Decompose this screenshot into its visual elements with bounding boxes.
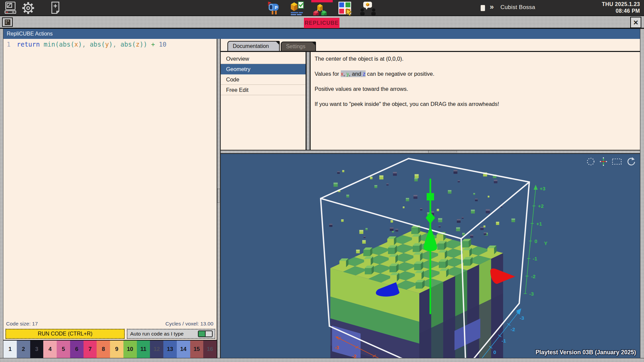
box-select-icon[interactable] [612,158,622,166]
vertical-splitter[interactable] [217,39,221,358]
clock: THU 2025.1.23 08:46 PM [602,1,640,14]
palette-swatch-2[interactable]: 2 [17,341,30,358]
close-button[interactable]: ✕ [630,17,641,28]
cycles-label: Cycles / voxel: 13.00 [165,321,213,327]
system-monitor-icon[interactable] [4,1,17,16]
docs-content: The center of the object is at (0,0,0).V… [311,52,640,150]
code-token: , [82,41,90,48]
autorun-label: Auto run code as I type [130,331,183,337]
docs-nav-divider[interactable] [307,52,311,150]
docs-body: OverviewGeometryCodeFree Edit The center… [221,52,640,150]
palette-swatch-7[interactable]: 7 [84,341,97,358]
palette-swatch-1[interactable]: 1 [3,341,17,358]
bottom-frame-strip [0,358,644,362]
svg-text:-3: -3 [529,291,534,297]
palette-swatch-3[interactable]: 3 [30,341,44,358]
vertical-splitter-grip[interactable] [217,189,220,203]
palette-swatch-9[interactable]: 9 [110,341,123,358]
palette: 12345678910111213141516 [3,340,217,358]
line-number: 1 [3,40,17,48]
docs-paragraph: If you want to "peek inside" the object,… [315,101,632,107]
code-editor-panel: 1 return min(abs(x), abs(y), abs(z)) + 1… [3,39,217,358]
tab-documentation[interactable]: Documentation [227,41,280,51]
run-code-button[interactable]: RUN CODE (CTRL+R) [5,329,125,339]
now-playing-label: Cubist Bossa [500,4,535,11]
version-label: Playtest Version 03B (January 2025) [535,349,636,356]
docs-nav-item-code[interactable]: Code [221,74,306,85]
toggle-knob [205,331,212,337]
circle-select-icon[interactable] [586,157,595,166]
code-token: )) [140,41,147,48]
code-size-label: Code size: 17 [6,321,38,327]
palette-swatch-15[interactable]: 15 [190,341,204,358]
window-menu-icon [5,19,10,25]
svg-text:0: 0 [493,349,496,355]
palette-swatch-5[interactable]: 5 [57,341,70,358]
palette-swatch-16[interactable]: 16 [203,341,217,358]
svg-text:-2: -2 [531,274,535,279]
code-token: + [147,41,159,48]
docs-panel: DocumentationSettings OverviewGeometryCo… [221,39,640,150]
code-token: abs( [120,41,136,48]
panel-header-title: RepliCUBE Actions [7,31,53,37]
palette-swatch-12[interactable]: 12 [150,341,163,358]
code-editor[interactable]: 1 return min(abs(x), abs(y), abs(z)) + 1… [3,39,217,319]
voxel-viewport[interactable]: +3+2+10-1-2-3Y-3-2-10-3-2 Playtest Versi… [221,154,640,358]
replicube-app: P [0,0,644,362]
svg-text:+3: +3 [540,186,545,191]
code-token: return [17,41,44,48]
left-frame-strip [0,29,3,362]
music-next-icon[interactable]: » [490,3,494,11]
time-label: 08:46 PM [602,8,640,14]
tab-settings[interactable]: Settings [281,42,316,51]
autorun-toggle[interactable] [198,330,213,337]
viewport-tools [586,157,636,167]
svg-text:0: 0 [535,238,537,244]
svg-text:+2: +2 [538,203,544,209]
docs-nav: OverviewGeometryCodeFree Edit [221,52,307,150]
code-token: z [136,41,140,48]
new-file-icon[interactable] [50,1,61,16]
palette-swatch-13[interactable]: 13 [163,341,177,358]
svg-text:+1: +1 [536,221,542,227]
svg-text:-1: -1 [533,256,537,261]
window-menu-button[interactable] [2,17,13,27]
voxel-scene: +3+2+10-1-2-3Y-3-2-10-3-2 [221,154,640,358]
move-axes-icon[interactable] [599,157,608,166]
publish-mailbox-icon[interactable]: P [267,1,281,17]
editor-status-row: Code size: 17 Cycles / voxel: 13.00 [3,319,217,328]
code-token: 10 [159,41,166,48]
docs-nav-item-overview[interactable]: Overview [221,54,306,64]
system-topbar: P [0,0,644,15]
docs-nav-item-free-edit[interactable]: Free Edit [221,85,306,95]
music-stop-icon[interactable] [481,5,485,11]
horizontal-splitter[interactable] [221,150,640,154]
palette-swatch-11[interactable]: 11 [137,341,150,358]
autorun-panel: Auto run code as I type [127,329,215,339]
horizontal-splitter-grip[interactable] [428,151,457,153]
task-checklist-icon[interactable] [289,1,305,17]
community-chat-icon[interactable] [360,1,376,17]
window-title-badge: REPLICUBE [304,18,339,28]
code-token: abs( [90,41,105,48]
palette-swatch-10[interactable]: 10 [123,341,137,358]
panel-header: RepliCUBE Actions [3,29,640,39]
code-token: ) [78,41,82,48]
svg-text:Y: Y [544,240,547,246]
palette-swatch-6[interactable]: 6 [70,341,84,358]
window-titlebar[interactable]: REPLICUBE ✕ [0,15,644,29]
docs-nav-item-geometry[interactable]: Geometry [221,64,306,74]
palette-swatch-14[interactable]: 14 [177,341,190,358]
docs-paragraph: Values for x, y, and z can be negative o… [315,70,632,77]
svg-text:P: P [275,5,278,10]
svg-text:-3: -3 [334,345,339,350]
reset-view-icon[interactable] [626,157,636,167]
code-line: 1 return min(abs(x), abs(y), abs(z)) + 1… [3,40,217,48]
palette-swatch-4[interactable]: 4 [43,341,57,358]
docs-paragraph: The center of the object is at (0,0,0). [315,55,632,62]
code-token: x [74,41,78,48]
docs-tabs: DocumentationSettings [221,39,640,52]
palette-swatch-8[interactable]: 8 [97,341,110,358]
close-icon: ✕ [633,19,639,26]
settings-gear-icon[interactable] [21,1,35,16]
